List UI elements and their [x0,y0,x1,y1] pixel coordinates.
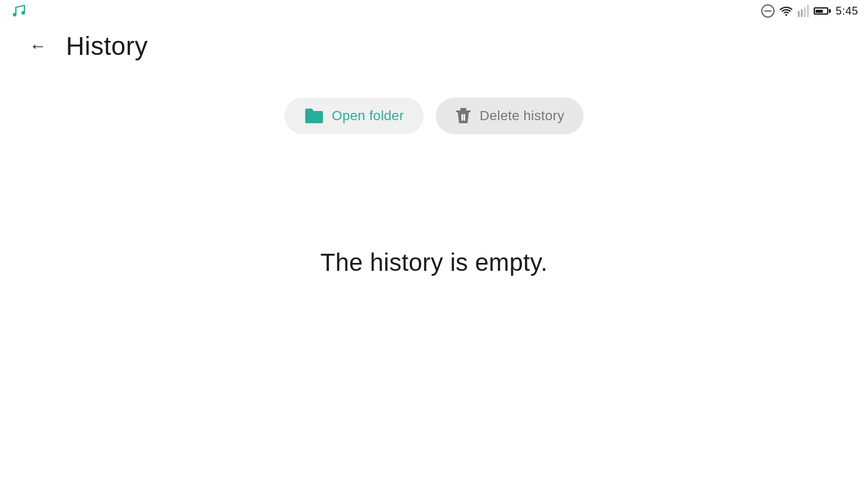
empty-message: The history is empty. [320,249,548,276]
empty-state: The history is empty. [0,0,868,488]
